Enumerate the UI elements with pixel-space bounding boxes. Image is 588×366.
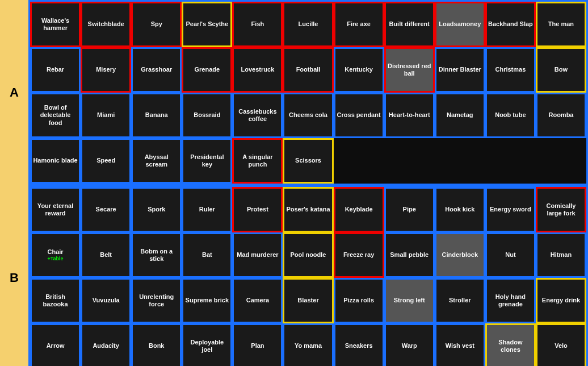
grid-cell[interactable]: Cheems cola (283, 93, 333, 138)
grid-cell[interactable]: Energy sword (485, 187, 536, 232)
grid-cell[interactable]: Abyssal scream (131, 138, 182, 184)
grid-cell[interactable]: Arrow (30, 323, 81, 366)
cell-text: Presidental key (184, 153, 229, 168)
grid-cell[interactable]: Football (283, 47, 333, 93)
grid-cell[interactable]: Freeze ray (334, 232, 384, 278)
grid-cell[interactable]: Pool noodle (283, 232, 333, 278)
grid-cell[interactable] (536, 138, 586, 184)
grid-cell[interactable]: The man (536, 2, 586, 47)
grid-cell[interactable]: Warp (384, 323, 435, 366)
cell-text: Your eternal reward (33, 202, 78, 217)
grid-cell[interactable]: Poser's katana (283, 187, 333, 232)
grid-cell[interactable]: Velo (536, 323, 586, 366)
grid-cell[interactable]: Plan (232, 323, 283, 366)
grid-cell[interactable]: Bossraid (182, 93, 232, 138)
grid-cell[interactable]: Spork (131, 187, 182, 232)
grid-cell[interactable]: Grasshoar (131, 47, 182, 93)
grid-cell[interactable]: Belt (81, 232, 131, 278)
grid-cell[interactable]: Fire axe (334, 2, 384, 47)
grid-cell[interactable]: Spy (131, 2, 182, 47)
grid-cell[interactable]: Christmas (485, 47, 536, 93)
grid-cell[interactable]: Energy drink (536, 278, 586, 323)
grid-cell[interactable]: Banana (131, 93, 182, 138)
grid-cell[interactable]: British bazooka (30, 278, 81, 323)
grid-cell[interactable]: Backhand Slap (485, 2, 536, 47)
grid-cell[interactable]: Supreme brick (182, 278, 232, 323)
grid-cell[interactable]: Holy hand grenade (485, 278, 536, 323)
grid-cell[interactable]: Switchblade (81, 2, 131, 47)
grid-cell[interactable] (485, 138, 536, 184)
grid-cell[interactable]: Wallace's hammer (30, 2, 81, 47)
grid-cell[interactable]: Protest (232, 187, 283, 232)
grid-cell[interactable]: Fish (232, 2, 283, 47)
grid-cell[interactable]: Comically large fork (536, 187, 586, 232)
grid-cell[interactable]: Bonk (131, 323, 182, 366)
grid-cell[interactable]: Lovestruck (232, 47, 283, 93)
grid-cell[interactable]: Loadsamoney (435, 2, 485, 47)
grid-cell[interactable] (384, 138, 435, 184)
grid-cell[interactable]: Scissors (283, 138, 333, 184)
grid-cell[interactable]: Hook kick (435, 187, 485, 232)
cell-text: Protest (247, 206, 268, 213)
grid-cell[interactable]: A singular punch (232, 138, 283, 184)
grid-cell[interactable]: Your eternal reward (30, 187, 81, 232)
grid-cell[interactable]: Audacity (81, 323, 131, 366)
grid-cell[interactable]: Bat (182, 232, 232, 278)
grid-cell[interactable]: Bobm on a stick (131, 232, 182, 278)
row-2: British bazookaVuvuzulaUnrelenting force… (30, 278, 586, 323)
grid-cell[interactable]: Built different (384, 2, 435, 47)
grid-cell[interactable]: Hitman (536, 232, 586, 278)
grid-cell[interactable]: Cassiebucks coffee (232, 93, 283, 138)
grid-cell[interactable]: Noob tube (485, 93, 536, 138)
grid-cell[interactable]: Presidental key (182, 138, 232, 184)
grid-cell[interactable]: Vuvuzula (81, 278, 131, 323)
grid-cell[interactable]: Speed (81, 138, 131, 184)
grid-cell[interactable]: Cinderblock (435, 232, 485, 278)
grid-cell[interactable]: Kentucky (334, 47, 384, 93)
cell-text: Pipe (403, 206, 416, 213)
grid-cell[interactable]: Unrelenting force (131, 278, 182, 323)
grid-cell[interactable]: Strong left (384, 278, 435, 323)
grid-cell[interactable]: Camera (232, 278, 283, 323)
grid-cell[interactable]: Nut (485, 232, 536, 278)
grid-cell[interactable]: Deployable joel (182, 323, 232, 366)
cell-text: Misery (96, 66, 116, 73)
cell-text: Spy (151, 20, 162, 28)
grid-cell[interactable]: Bow (536, 47, 586, 93)
grid-cell[interactable] (435, 138, 485, 184)
grid-cell[interactable] (334, 138, 384, 184)
grid-cell[interactable]: Distressed red ball (384, 47, 435, 93)
grid-cell[interactable]: Mad murderer (232, 232, 283, 278)
grid-cell[interactable]: Yo mama (283, 323, 333, 366)
grid-cell[interactable]: Ruler (182, 187, 232, 232)
grid-cell[interactable]: Sneakers (334, 323, 384, 366)
grid-cell[interactable]: Dinner Blaster (435, 47, 485, 93)
grid-cell[interactable]: Misery (81, 47, 131, 93)
grid-cell[interactable]: Nametag (435, 93, 485, 138)
grid-cell[interactable]: Hamonic blade (30, 138, 81, 184)
grid-cell[interactable]: Pipe (384, 187, 435, 232)
grid-cell[interactable]: Shadow clones (485, 323, 536, 366)
grid-cell[interactable]: Grenade (182, 47, 232, 93)
grid-cell[interactable]: Rebar (30, 47, 81, 93)
grid-cell[interactable]: Miami (81, 93, 131, 138)
grid-cell[interactable]: Cross pendant (334, 93, 384, 138)
grid-cell[interactable]: Secare (81, 187, 131, 232)
cell-text: Abyssal scream (134, 153, 179, 168)
cell-text: Football (296, 66, 321, 73)
grid-cell[interactable]: Small pebble (384, 232, 435, 278)
grid-cell[interactable]: Pearl's Scythe (182, 2, 232, 47)
grid-cell[interactable]: Keyblade (334, 187, 384, 232)
cell-text: Plan (251, 342, 264, 350)
grid-cell[interactable]: Wish vest (435, 323, 485, 366)
grid-cell[interactable]: Pizza rolls (334, 278, 384, 323)
grid-cell[interactable]: Roomba (536, 93, 586, 138)
cell-text: Rebar (47, 66, 64, 73)
grid-cell[interactable]: Stroller (435, 278, 485, 323)
grid-cell[interactable]: Heart-to-heart (384, 93, 435, 138)
grid-cell[interactable]: Bowl of delectable food (30, 93, 81, 138)
grid-cell[interactable]: Blaster (283, 278, 333, 323)
grid-cell[interactable]: Chair+Table (30, 232, 81, 278)
row-0: Wallace's hammerSwitchbladeSpyPearl's Sc… (30, 2, 586, 47)
grid-cell[interactable]: Lucille (283, 2, 333, 47)
